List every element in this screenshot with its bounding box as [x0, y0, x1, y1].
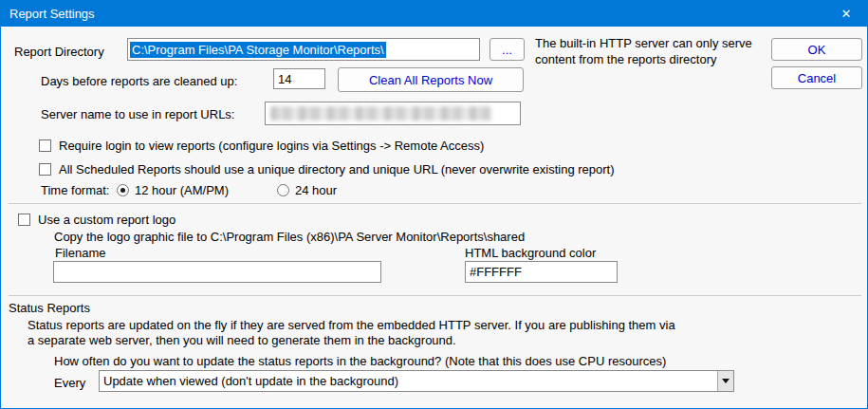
- separator: [9, 203, 861, 204]
- report-directory-input[interactable]: C:\Program Files\PA Storage Monitor\Repo…: [127, 38, 480, 61]
- html-background-color-input[interactable]: [465, 261, 618, 283]
- cancel-button[interactable]: Cancel: [771, 66, 862, 89]
- chevron-down-icon[interactable]: [717, 371, 733, 391]
- time-format-24h-label: 24 hour: [295, 183, 337, 197]
- html-background-color-label: HTML background color: [465, 246, 596, 260]
- http-server-note-line2: content from the reports directory: [535, 52, 716, 66]
- unique-url-label: All Scheduled Reports should use a uniqu…: [59, 162, 615, 177]
- browse-button[interactable]: ...: [489, 38, 525, 61]
- report-directory-label: Report Directory: [14, 45, 104, 59]
- report-settings-dialog: Report Settings ✕ Report Directory C:\Pr…: [0, 0, 868, 409]
- report-directory-value: C:\Program Files\PA Storage Monitor\Repo…: [130, 42, 386, 58]
- cleanup-days-label: Days before reports are cleaned up:: [41, 74, 237, 88]
- require-login-checkbox[interactable]: [39, 139, 51, 152]
- filename-input[interactable]: [53, 261, 381, 283]
- custom-logo-label: Use a custom report logo: [38, 213, 175, 227]
- http-server-note-line1: The built-in HTTP server can only serve: [535, 36, 752, 50]
- ok-button[interactable]: OK: [771, 38, 862, 61]
- custom-logo-checkbox[interactable]: [18, 214, 30, 226]
- filename-label: Filename: [55, 246, 105, 260]
- update-frequency-dropdown[interactable]: Update when viewed (don't update in the …: [99, 370, 734, 392]
- window-title: Report Settings: [9, 7, 95, 21]
- server-name-label: Server name to use in report URLs:: [41, 107, 234, 121]
- cleanup-days-input[interactable]: [273, 68, 325, 89]
- time-format-label: Time format:: [41, 183, 109, 197]
- separator: [9, 295, 861, 296]
- close-icon[interactable]: ✕: [825, 1, 867, 27]
- clean-all-reports-button[interactable]: Clean All Reports Now: [338, 67, 524, 92]
- update-frequency-question: How often do you want to update the stat…: [54, 354, 666, 368]
- server-name-input[interactable]: [265, 102, 521, 125]
- titlebar: Report Settings ✕: [1, 1, 867, 27]
- update-frequency-selected-value: Update when viewed (don't update in the …: [100, 374, 717, 388]
- every-label: Every: [54, 376, 85, 390]
- require-login-label: Require login to view reports (configure…: [59, 139, 484, 153]
- status-reports-description-line1: Status reports are updated on the fly if…: [28, 318, 675, 332]
- obscured-server-name-value: [270, 106, 491, 121]
- time-format-24h-radio[interactable]: [277, 184, 289, 196]
- unique-url-checkbox[interactable]: [39, 163, 51, 176]
- logo-copy-instruction: Copy the logo graphic file to C:\Program…: [54, 230, 525, 244]
- time-format-12h-label: 12 hour (AM/PM): [135, 183, 229, 197]
- status-reports-heading: Status Reports: [9, 301, 90, 315]
- time-format-12h-radio[interactable]: [117, 184, 129, 196]
- status-reports-description-line2: a separate web server, then you will nee…: [28, 333, 456, 347]
